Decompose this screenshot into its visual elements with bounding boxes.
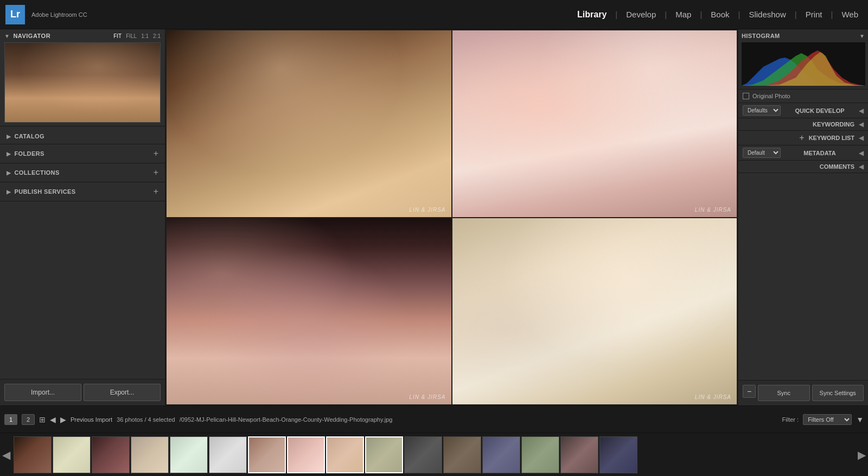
thumbnail-strip: ◀ ▶	[0, 433, 868, 476]
strip-thumb-5[interactable]	[170, 436, 208, 473]
import-button[interactable]: Import...	[4, 384, 81, 401]
metadata-collapse-icon[interactable]: ◀	[859, 149, 864, 157]
quick-develop-collapse-icon[interactable]: ◀	[859, 107, 864, 115]
folders-toggle-icon: ▶	[7, 151, 11, 157]
nav-book[interactable]: Book	[706, 8, 733, 21]
filter-section: Filter : Filters Off ▼	[782, 414, 864, 425]
strip-thumb-4[interactable]	[131, 436, 169, 473]
panel-sections: ▶ Catalog ▶ Folders +	[0, 126, 165, 379]
topbar-left: Lr Adobe Lightroom CC	[5, 5, 87, 24]
collections-header-right: +	[154, 168, 158, 177]
keyword-list-row: + Keyword List ◀	[738, 131, 868, 145]
zoom-fill[interactable]: FILL	[126, 33, 137, 39]
histogram-toggle-icon[interactable]: ▼	[859, 33, 865, 39]
nav-map[interactable]: Map	[671, 8, 695, 21]
filter-dropdown[interactable]: Filters Off	[803, 414, 852, 425]
keywording-collapse-icon[interactable]: ◀	[859, 120, 864, 128]
comments-collapse-icon[interactable]: ◀	[859, 163, 864, 170]
keywording-label: Keywording	[813, 121, 854, 128]
navigator-section: ▼ Navigator FIT FILL 1:1 2:1	[0, 29, 165, 126]
navigator-preview[interactable]	[4, 42, 161, 123]
navigator-toggle-icon[interactable]: ▼	[4, 33, 10, 39]
zoom-fit[interactable]: FIT	[113, 33, 122, 39]
metadata-row: Default Metadata ◀	[738, 145, 868, 161]
nav-menu: Library | Develop | Map | Book | Slidesh…	[573, 8, 863, 22]
photo-cell-3[interactable]: LIN & JIRSA	[167, 218, 451, 405]
comments-row: Comments ◀	[738, 161, 868, 173]
keyword-list-add-icon[interactable]: +	[799, 133, 804, 143]
publish-services-header[interactable]: ▶ Publish Services +	[0, 182, 165, 201]
nav-library[interactable]: Library	[573, 8, 611, 22]
sync-button[interactable]: Sync	[758, 385, 810, 401]
strip-thumb-11[interactable]	[404, 436, 442, 473]
nav-print[interactable]: Print	[801, 8, 827, 21]
keyword-list-collapse-icon[interactable]: ◀	[859, 134, 864, 142]
left-panel-buttons: Import... Export...	[0, 379, 165, 405]
original-photo-label: Original Photo	[752, 93, 790, 99]
watermark-2: LIN & JIRSA	[695, 207, 731, 213]
strip-thumb-9[interactable]	[326, 436, 364, 473]
strip-thumb-7[interactable]	[248, 436, 286, 473]
navigator-preview-image	[5, 43, 160, 122]
prev-arrow[interactable]: ◀	[50, 415, 56, 424]
sync-settings-button[interactable]: Sync Settings	[812, 385, 864, 401]
collections-toggle-icon: ▶	[7, 170, 11, 176]
strip-thumb-2[interactable]	[53, 436, 91, 473]
folders-add-button[interactable]: +	[154, 149, 158, 158]
nav-web[interactable]: Web	[837, 8, 863, 21]
topbar: Lr Adobe Lightroom CC Library | Develop …	[0, 0, 868, 29]
filmstrip-info: 1 2 ⊞ ◀ ▶ Previous Import 36 photos / 4 …	[4, 414, 392, 425]
catalog-header[interactable]: ▶ Catalog	[0, 129, 165, 144]
collections-label: Collections	[14, 169, 59, 176]
collections-section: ▶ Collections +	[0, 163, 165, 182]
grid-view-icon[interactable]: ⊞	[39, 415, 46, 424]
zoom-1-1[interactable]: 1:1	[141, 33, 149, 39]
folders-header[interactable]: ▶ Folders +	[0, 144, 165, 163]
strip-right-arrow[interactable]: ▶	[856, 448, 868, 461]
collections-add-button[interactable]: +	[154, 168, 158, 177]
histogram-header: Histogram ▼	[742, 33, 865, 39]
publish-services-add-button[interactable]: +	[154, 187, 158, 196]
defaults-dropdown[interactable]: Defaults	[743, 105, 781, 116]
nav-slideshow[interactable]: Slideshow	[744, 8, 790, 21]
publish-services-toggle-icon: ▶	[7, 189, 11, 195]
nav-develop[interactable]: Develop	[622, 8, 660, 21]
histogram-title: Histogram	[742, 33, 780, 39]
strip-thumbnails	[14, 436, 854, 473]
sync-minus-button[interactable]: −	[743, 385, 756, 398]
navigator-title: ▼ Navigator	[4, 33, 50, 39]
export-button[interactable]: Export...	[84, 384, 161, 401]
photo-cell-4[interactable]: LIN & JIRSA	[452, 218, 737, 405]
strip-thumb-8[interactable]	[287, 436, 325, 473]
lr-logo: Lr	[5, 5, 25, 24]
nav-zoom: FIT FILL 1:1 2:1	[113, 33, 161, 39]
photo-cell-1[interactable]: LIN & JIRSA	[167, 30, 451, 217]
filter-expand-icon[interactable]: ▼	[856, 415, 864, 424]
strip-left-arrow[interactable]: ◀	[0, 448, 12, 461]
keyword-list-label: Keyword List	[809, 135, 854, 141]
watermark-4: LIN & JIRSA	[695, 394, 731, 400]
folders-section: ▶ Folders +	[0, 144, 165, 163]
photo-cell-2[interactable]: LIN & JIRSA	[452, 30, 737, 217]
strip-thumb-15[interactable]	[560, 436, 598, 473]
next-arrow[interactable]: ▶	[60, 415, 66, 424]
collections-header[interactable]: ▶ Collections +	[0, 163, 165, 182]
catalog-header-left: ▶ Catalog	[7, 133, 44, 139]
strip-thumb-12[interactable]	[443, 436, 481, 473]
strip-thumb-6[interactable]	[209, 436, 247, 473]
strip-thumb-10[interactable]	[365, 436, 403, 473]
strip-thumb-13[interactable]	[482, 436, 520, 473]
strip-thumb-3[interactable]	[92, 436, 130, 473]
filter-label: Filter :	[782, 416, 799, 423]
strip-thumb-16[interactable]	[599, 436, 637, 473]
right-panel: Histogram ▼ Original Photo	[738, 29, 868, 405]
metadata-dropdown[interactable]: Default	[743, 148, 781, 158]
zoom-2-1[interactable]: 2:1	[153, 33, 161, 39]
page-1-button[interactable]: 1	[4, 414, 17, 425]
strip-thumb-14[interactable]	[521, 436, 559, 473]
previous-import-label: Previous Import	[71, 416, 112, 423]
histogram-chart	[742, 42, 865, 86]
strip-thumb-1[interactable]	[14, 436, 52, 473]
page-2-button[interactable]: 2	[22, 414, 35, 425]
original-photo-checkbox[interactable]	[743, 93, 749, 99]
